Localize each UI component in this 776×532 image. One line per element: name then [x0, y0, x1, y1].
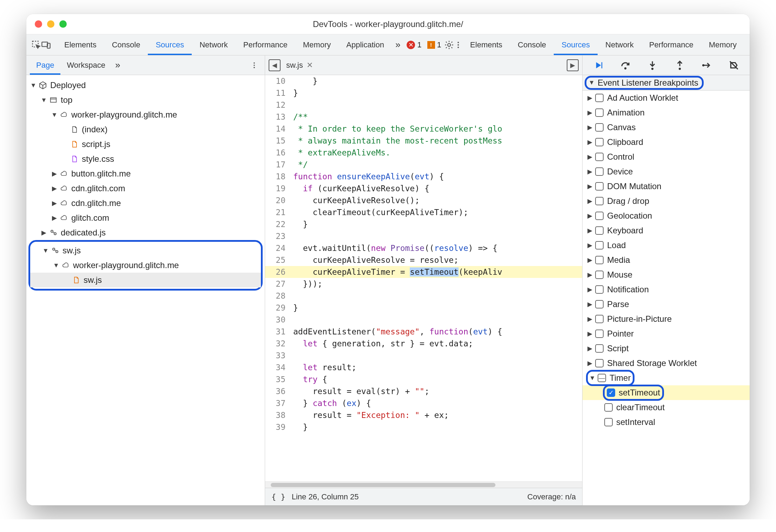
more-menu-icon[interactable]	[454, 38, 462, 52]
breakpoint-category[interactable]: ▶Ad Auction Worklet	[583, 91, 750, 105]
error-count[interactable]: ✕ 1	[407, 40, 421, 49]
checkbox-icon[interactable]	[595, 138, 604, 146]
navigator-menu-icon[interactable]	[247, 58, 261, 72]
tree-origin-collapsed[interactable]: ▶cdn.glitch.me	[26, 196, 265, 211]
tree-origin-collapsed[interactable]: ▶glitch.com	[26, 211, 265, 225]
category-timer[interactable]: ▼ — Timer	[583, 371, 750, 385]
breakpoint-category[interactable]: ▶Drag / drop	[583, 194, 750, 208]
checkbox-icon[interactable]	[595, 167, 604, 176]
more-tabs-icon[interactable]: »	[392, 39, 404, 50]
checkbox-icon[interactable]	[595, 212, 604, 220]
breakpoint-category[interactable]: ▶DOM Mutation	[583, 179, 750, 194]
device-toolbar-icon[interactable]	[41, 38, 51, 52]
checkbox-icon[interactable]	[595, 330, 604, 338]
tree-label: (index)	[82, 125, 107, 134]
step-icon[interactable]	[699, 57, 715, 73]
close-tab-icon[interactable]: ✕	[307, 61, 313, 70]
tab-console[interactable]: Console	[510, 34, 554, 55]
code-editor[interactable]: 10 }11}1213/**14 * In order to keep the …	[265, 75, 582, 481]
tab-performance[interactable]: Performance	[642, 34, 701, 55]
navigator-tab-workspace[interactable]: Workspace	[60, 55, 112, 75]
breakpoint-category[interactable]: ▶Pointer	[583, 326, 750, 341]
toggle-navigator-icon[interactable]: ◀	[269, 59, 281, 71]
breakpoint-category[interactable]: ▶Device	[583, 164, 750, 179]
navigator-more-icon[interactable]: »	[112, 60, 124, 71]
checkbox-icon[interactable]	[595, 182, 604, 191]
checkbox-icon[interactable]	[595, 300, 604, 308]
checkbox-icon[interactable]	[595, 197, 604, 205]
checkbox-icon[interactable]	[595, 359, 604, 367]
resume-icon[interactable]	[590, 57, 606, 73]
breakpoint-category[interactable]: ▶Control	[583, 149, 750, 164]
tab-sources[interactable]: Sources	[148, 34, 192, 55]
inspect-element-icon[interactable]	[31, 38, 41, 52]
warning-count[interactable]: ! 1	[427, 40, 441, 49]
tab-network[interactable]: Network	[192, 34, 236, 55]
tree-origin-collapsed[interactable]: ▶cdn.glitch.com	[26, 181, 265, 196]
tree-file[interactable]: style.css	[26, 152, 265, 166]
breakpoint-category[interactable]: ▶Shared Storage Worklet	[583, 356, 750, 371]
checkbox-icon[interactable]	[595, 271, 604, 279]
tree-dedicated[interactable]: ▶dedicated.js	[26, 225, 265, 240]
breakpoint-category[interactable]: ▶Canvas	[583, 120, 750, 135]
tree-file[interactable]: (index)	[26, 122, 265, 137]
step-into-icon[interactable]	[644, 57, 660, 73]
tree-file[interactable]: script.js	[26, 137, 265, 152]
tab-elements[interactable]: Elements	[57, 34, 104, 55]
tab-sources[interactable]: Sources	[554, 34, 598, 55]
breakpoint-category[interactable]: ▶Script	[583, 341, 750, 356]
checkbox-icon[interactable]	[595, 315, 604, 323]
step-over-icon[interactable]	[617, 57, 633, 73]
breakpoint-category[interactable]: ▶Clipboard	[583, 135, 750, 149]
checkbox-icon[interactable]	[595, 256, 604, 264]
checkbox-icon[interactable]	[604, 418, 613, 426]
breakpoint-category[interactable]: ▶Picture-in-Picture	[583, 312, 750, 326]
checkbox-icon[interactable]	[595, 285, 604, 294]
tree-sw-origin[interactable]: ▼worker-playground.glitch.me	[30, 258, 261, 273]
tab-memory[interactable]: Memory	[701, 34, 744, 55]
breakpoint-category[interactable]: ▶Notification	[583, 282, 750, 297]
tree-top[interactable]: ▼top	[26, 93, 265, 107]
breakpoint-category[interactable]: ▶Load	[583, 238, 750, 253]
checkbox-icon[interactable]	[595, 94, 604, 102]
section-event-listener-breakpoints[interactable]: ▼ Event Listener Breakpoints	[583, 75, 750, 91]
toggle-debugger-icon[interactable]: ▶	[567, 59, 579, 71]
tab-memory[interactable]: Memory	[295, 34, 338, 55]
tab-elements[interactable]: Elements	[462, 34, 510, 55]
pretty-print-icon[interactable]: { }	[271, 492, 285, 501]
tab-console[interactable]: Console	[104, 34, 148, 55]
tree-sw-group[interactable]: ▼sw.js	[30, 243, 261, 258]
tree-origin[interactable]: ▼worker-playground.glitch.me	[26, 107, 265, 122]
checkbox-icon[interactable]	[595, 108, 604, 117]
breakpoint-category[interactable]: ▶Keyboard	[583, 223, 750, 238]
tab-performance[interactable]: Performance	[236, 34, 295, 55]
checkbox-icon[interactable]: ✓	[607, 388, 615, 397]
navigator-tab-page[interactable]: Page	[30, 55, 60, 75]
settings-icon[interactable]	[444, 38, 454, 52]
editor-scrollbar[interactable]	[265, 481, 582, 488]
step-out-icon[interactable]	[672, 57, 688, 73]
file-tab-swjs[interactable]: sw.js ✕	[283, 55, 316, 75]
tab-application[interactable]: Application	[338, 34, 392, 55]
tree-deployed[interactable]: ▼Deployed	[26, 78, 265, 93]
breakpoint-item-setinterval[interactable]: setInterval	[583, 415, 750, 430]
breakpoint-category[interactable]: ▶Parse	[583, 297, 750, 312]
tree-sw-file[interactable]: sw.js	[30, 273, 261, 287]
checkbox-icon[interactable]	[595, 226, 604, 235]
breakpoint-category[interactable]: ▶Geolocation	[583, 208, 750, 223]
breakpoint-item-cleartimeout[interactable]: clearTimeout	[583, 400, 750, 415]
checkbox-icon[interactable]	[604, 403, 613, 412]
checkbox-icon[interactable]	[595, 123, 604, 132]
tab-network[interactable]: Network	[598, 34, 642, 55]
breakpoint-item-settimeout[interactable]: ✓setTimeout	[583, 385, 750, 400]
tree-origin-collapsed[interactable]: ▶button.glitch.me	[26, 166, 265, 181]
checkbox-mixed-icon[interactable]: —	[598, 374, 606, 382]
checkbox-icon[interactable]	[595, 344, 604, 353]
deactivate-breakpoints-icon[interactable]	[726, 57, 742, 73]
breakpoint-category[interactable]: ▶Media	[583, 253, 750, 267]
checkbox-icon[interactable]	[595, 241, 604, 250]
checkbox-icon[interactable]	[595, 153, 604, 161]
breakpoint-category[interactable]: ▶Mouse	[583, 267, 750, 282]
breakpoint-category[interactable]: ▶Animation	[583, 105, 750, 120]
tab-application[interactable]: Application	[744, 34, 750, 55]
